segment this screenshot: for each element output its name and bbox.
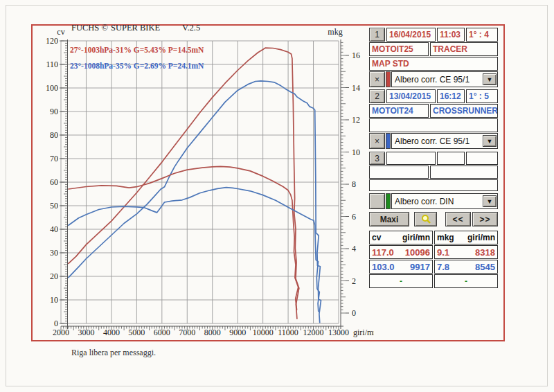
run3-index-button[interactable]: 3 [369,152,385,165]
run2-peak-mkg: 7.8 [437,262,449,272]
chevron-down-icon[interactable]: ▼ [483,73,497,85]
run2-map [369,118,498,132]
torque-run2-crossrunner-curve [69,188,319,312]
svg-text:11000: 11000 [278,328,298,337]
run2-remove-button[interactable]: × [369,133,385,149]
svg-text:20: 20 [50,271,58,281]
svg-text:7000: 7000 [179,328,195,337]
run2-date: 13/04/2015 [386,89,436,103]
svg-text:10: 10 [352,148,360,157]
svg-text:120: 120 [46,36,58,46]
run1-time: 11:03 [437,28,465,42]
svg-text:2000: 2000 [53,328,69,337]
peaks-row-run1: 117.0 10096 9.1 8318 [369,245,498,259]
run1-correction-row: × Albero corr. CE 95/1 ▼ [369,71,498,87]
run1-conditions-annotation: 27°-1003hPa-31% G=5.43% P=14.5mN [70,46,204,54]
svg-text:50: 50 [50,201,58,211]
cv-column-header: cv giri/mn [369,231,433,244]
run2-bike: CROSSRUNNER [430,104,498,118]
svg-text:3000: 3000 [78,328,94,337]
svg-text:12: 12 [352,115,360,125]
run3-pilot [369,166,429,179]
run1-correction-select[interactable]: Albero corr. CE 95/1 ▼ [391,71,498,87]
run1-date: 16/04/2015 [386,28,436,42]
power-run1-tracer-curve [69,48,299,319]
run3-name-row [369,166,498,179]
dyno-printout-page: FUCHS © SUPER BIKE V.2.5 010203040506070… [0,0,554,392]
svg-text:60: 60 [50,177,58,187]
svg-text:4: 4 [352,244,356,253]
peaks-table-header: cv giri/mn mkg giri/mn [369,231,498,244]
prev-button[interactable]: << [445,212,471,226]
svg-text:100: 100 [46,83,58,93]
run1-bike: TRACER [430,42,498,56]
run2-peak-mkg-rpm: 8545 [475,262,495,272]
results-panel: 1 16/04/2015 11:03 1° : 4 MOTOIT25 TRACE… [369,28,498,289]
dyno-chart: 0102030405060708090100110120024681012141… [31,24,374,341]
svg-text:giri/mn: giri/mn [353,328,374,337]
svg-text:14: 14 [352,83,360,93]
run1-header-row: 1 16/04/2015 11:03 1° : 4 [369,28,498,42]
svg-text:0: 0 [54,319,58,328]
run2-header-row: 2 13/04/2015 16:12 1° : 5 [369,89,498,103]
svg-text:6: 6 [352,212,356,222]
run2-peak-cv: 103.0 [372,262,395,272]
run1-index-button[interactable]: 1 [369,28,385,42]
svg-text:8000: 8000 [204,328,221,337]
run3-header-row: 3 [369,152,498,165]
run2-map-row [369,118,498,132]
torque-run1-tracer-curve [69,166,298,310]
run1-power-peak: 117.0 10096 [369,245,433,259]
svg-text:cv: cv [57,27,64,37]
svg-text:9000: 9000 [229,328,246,337]
chevron-down-icon[interactable]: ▼ [483,135,497,147]
chevron-down-icon[interactable]: ▼ [483,195,497,207]
zoom-button[interactable] [414,212,437,226]
din-correction-select[interactable]: Albero corr. DIN ▼ [391,193,498,209]
run1-peak-mkg-rpm: 8318 [475,247,495,258]
cv-rpm-header-label: giri/mn [402,233,430,242]
svg-text:90: 90 [50,107,58,116]
run2-gear: 1° : 5 [466,89,498,103]
magnifier-icon [420,214,431,224]
mkg-rpm-header-label: giri/mn [467,233,495,242]
run3-peak-mkg: - [465,276,467,286]
mkg-header-label: mkg [437,233,454,242]
run2-index-button[interactable]: 2 [369,89,385,103]
run3-map [369,179,498,191]
run3-power-peak: - [369,274,433,288]
run3-map-row [369,179,498,191]
svg-text:2: 2 [352,276,356,286]
svg-text:16: 16 [352,51,360,60]
svg-text:4000: 4000 [103,328,120,337]
svg-text:10: 10 [50,295,58,305]
run2-correction-select[interactable]: Albero corr. CE 95/1 ▼ [391,133,498,149]
run3-peak-cv: - [400,276,402,286]
run1-peak-cv-rpm: 10096 [405,247,430,258]
run1-torque-peak: 9.1 8318 [434,245,498,259]
run1-pilot: MOTOIT25 [369,42,429,56]
run1-gear: 1° : 4 [466,28,498,42]
run1-remove-button[interactable]: × [369,71,385,87]
run2-power-peak: 103.0 9917 [369,260,433,274]
svg-text:mkg: mkg [328,27,342,37]
run2-pilot: MOTOIT24 [369,104,429,118]
svg-text:40: 40 [50,224,58,234]
run1-peak-mkg: 9.1 [437,247,449,258]
svg-text:13000: 13000 [328,328,349,337]
run3-time [437,152,465,165]
din-blank-button[interactable] [369,193,385,209]
svg-text:0: 0 [352,308,356,318]
maxi-button[interactable]: Maxi [369,212,409,226]
next-button[interactable]: >> [472,212,498,226]
run1-correction-value: Albero corr. CE 95/1 [395,75,483,84]
cv-header-label: cv [372,233,381,242]
run1-peak-cv: 117.0 [372,247,394,258]
run2-correction-row: × Albero corr. CE 95/1 ▼ [369,133,498,149]
run2-peak-cv-rpm: 9917 [410,262,430,272]
svg-text:10000: 10000 [253,328,274,337]
power-run2-crossrunner-curve [69,81,321,323]
din-correction-row: Albero corr. DIN ▼ [369,193,498,209]
peaks-row-run3: - - [369,274,498,288]
run3-date [386,152,436,165]
